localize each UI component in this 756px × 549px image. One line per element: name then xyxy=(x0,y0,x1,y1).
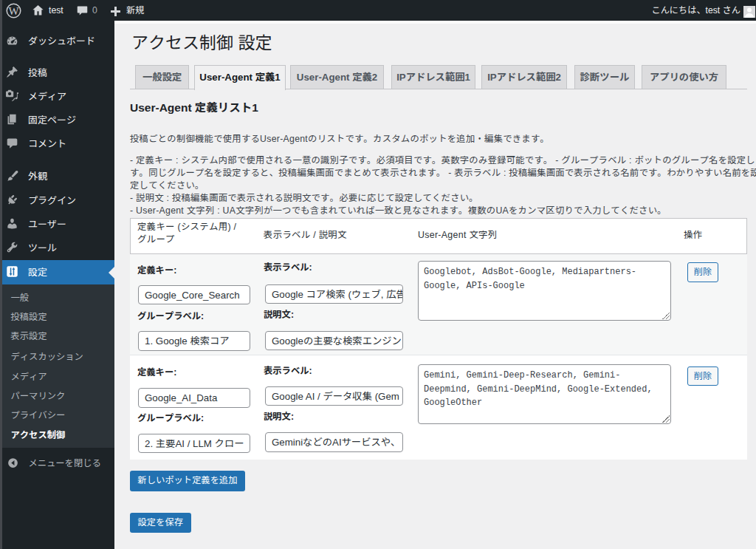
svg-text:W: W xyxy=(8,4,19,16)
